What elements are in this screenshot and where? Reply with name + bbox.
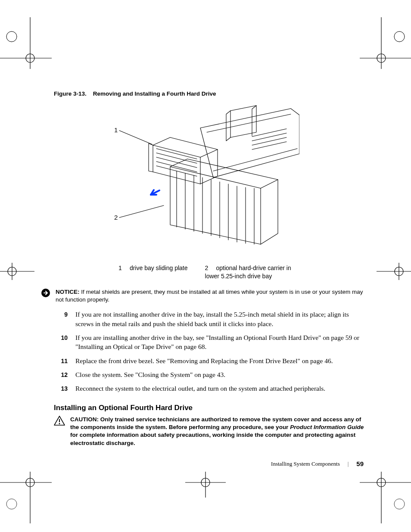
page-footer: Installing System Components | 59 (271, 460, 364, 467)
svg-point-14 (8, 267, 16, 276)
step-13: 13 Reconnect the system to the electrica… (54, 384, 366, 393)
footer-section: Installing System Components (271, 460, 340, 467)
svg-point-6 (6, 31, 17, 42)
step-10: 10 If you are installing another drive i… (54, 333, 366, 352)
notice: NOTICE: If metal shields are present, th… (41, 288, 366, 304)
figure-legend: 1 drive bay sliding plate 2 optional har… (118, 264, 366, 280)
caution: CAUTION: Only trained service technician… (54, 416, 366, 447)
caution-pig: Product Information Guide (290, 424, 364, 430)
footer-page-number: 59 (356, 460, 364, 467)
callout-2: 2 (114, 214, 118, 221)
step-num: 12 (54, 371, 68, 379)
svg-point-15 (395, 267, 403, 276)
registration-marks-bottom (0, 463, 411, 523)
callout-1: 1 (114, 126, 118, 134)
hard-drive-illustration: 1 2 (101, 102, 299, 257)
svg-point-5 (377, 54, 386, 62)
figure-caption: Figure 3-13. Removing and Installing a F… (54, 90, 366, 97)
step-num: 10 (54, 334, 68, 342)
legend-num-1: 1 (118, 264, 128, 272)
step-text: If you are installing another drive in t… (75, 334, 359, 350)
svg-point-8 (6, 31, 17, 42)
legend-item-2: 2 optional hard-drive carrier in lower 5… (205, 264, 304, 280)
svg-point-11 (394, 31, 405, 42)
caution-text: CAUTION: Only trained service technician… (70, 416, 366, 447)
step-9: 9 If you are not installing another driv… (54, 310, 366, 328)
footer-separator: | (348, 460, 349, 467)
svg-point-4 (26, 54, 34, 62)
caution-icon (54, 416, 65, 426)
step-11: 11 Replace the front drive bezel. See "R… (54, 356, 366, 365)
figure-title: Removing and Installing a Fourth Hard Dr… (93, 90, 216, 97)
legend-item-1: 1 drive bay sliding plate (118, 264, 188, 280)
caution-after: for complete information about safety pr… (70, 432, 355, 446)
svg-point-31 (59, 423, 60, 424)
notice-icon (41, 288, 50, 298)
registration-marks-top (0, 17, 411, 73)
legend-text-2: optional hard-drive carrier in lower 5.2… (205, 264, 291, 280)
svg-point-7 (394, 31, 405, 42)
notice-label: NOTICE: (56, 289, 80, 295)
step-text: Close the system. See "Closing the Syste… (75, 371, 225, 378)
legend-num-2: 2 (205, 264, 215, 272)
step-12: 12 Close the system. See "Closing the Sy… (54, 370, 366, 379)
svg-point-9 (394, 31, 405, 42)
step-list: 9 If you are not installing another driv… (54, 310, 366, 393)
notice-body: If metal shields are present, they must … (56, 289, 363, 303)
section-heading: Installing an Optional Fourth Hard Drive (54, 404, 366, 412)
step-text: If you are not installing another drive … (75, 311, 349, 327)
figure-illustration: 1 2 (54, 106, 366, 257)
step-num: 11 (54, 357, 68, 365)
step-text: Replace the front drive bezel. See "Remo… (75, 357, 333, 364)
svg-point-10 (6, 31, 17, 42)
notice-text: NOTICE: If metal shields are present, th… (56, 288, 366, 304)
figure-number: Figure 3-13. (54, 90, 87, 97)
svg-point-22 (26, 478, 34, 487)
caution-label: CAUTION: (70, 416, 99, 423)
svg-point-23 (377, 478, 386, 487)
step-num: 9 (54, 311, 68, 319)
step-num: 13 (54, 385, 68, 393)
svg-point-28 (394, 499, 405, 509)
legend-text-1: drive bay sliding plate (130, 264, 188, 271)
page-content: Figure 3-13. Removing and Installing a F… (54, 90, 366, 447)
svg-point-26 (201, 478, 210, 487)
svg-point-27 (6, 499, 17, 509)
step-text: Reconnect the system to the electrical o… (75, 385, 325, 392)
